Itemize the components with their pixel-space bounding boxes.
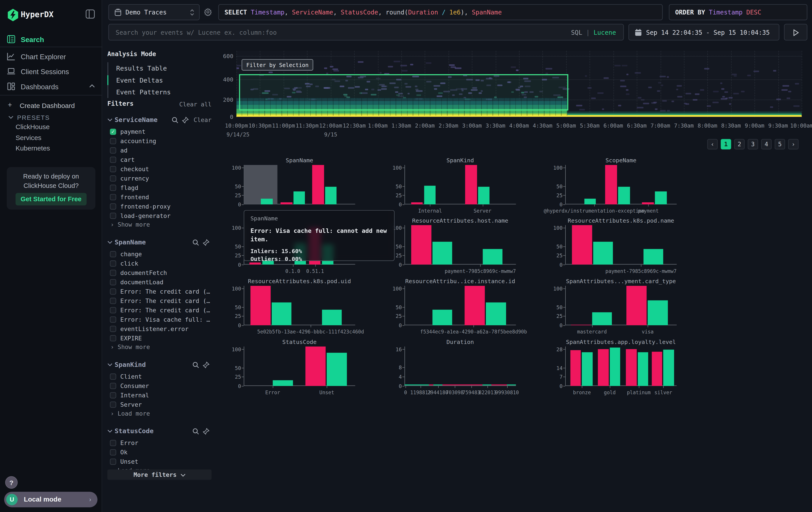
- bar-outlier[interactable]: [571, 325, 591, 325]
- bar-inlier[interactable]: [655, 191, 667, 204]
- create-dashboard-button[interactable]: + Create Dashboard: [0, 99, 102, 113]
- user-menu[interactable]: U Local mode ›: [4, 492, 97, 507]
- checkbox[interactable]: [110, 307, 116, 314]
- bar-inlier[interactable]: [610, 347, 620, 386]
- run-query-button[interactable]: [784, 24, 807, 41]
- bar-inlier[interactable]: [592, 312, 612, 325]
- bar-outlier[interactable]: [411, 225, 431, 265]
- filter-option-documentfetch[interactable]: documentFetch: [107, 269, 212, 278]
- filter-option-ad[interactable]: ad: [107, 146, 212, 156]
- timeline-selection[interactable]: [239, 74, 568, 110]
- page-button-1[interactable]: 1: [721, 139, 731, 150]
- search-input[interactable]: Search your events w/ Lucene ex. column:…: [108, 24, 624, 41]
- filter-option-click[interactable]: click: [107, 259, 212, 269]
- analysis-mode-event-patterns[interactable]: Event Patterns: [108, 86, 212, 98]
- bar-outlier[interactable]: [627, 286, 646, 325]
- bar-inlier[interactable]: [322, 310, 342, 325]
- pin-icon[interactable]: [203, 361, 209, 368]
- filter-option-ok[interactable]: Ok: [107, 448, 212, 457]
- bar-outlier[interactable]: [465, 286, 485, 325]
- bar-outlier[interactable]: [626, 349, 637, 386]
- bar-outlier[interactable]: [281, 202, 292, 204]
- bar-outlier[interactable]: [250, 286, 270, 325]
- bar-outlier[interactable]: [642, 202, 654, 204]
- bar-inlier[interactable]: [424, 186, 436, 204]
- bar-outlier[interactable]: [570, 350, 581, 386]
- filter-option-error[interactable]: Error: [107, 439, 212, 448]
- filter-option-error-the-credit-card-[interactable]: Error: The credit card (…: [107, 297, 212, 306]
- bar-inlier[interactable]: [478, 187, 490, 204]
- bar-inlier[interactable]: [648, 300, 668, 325]
- bar-inlier[interactable]: [486, 302, 506, 325]
- date-range-picker[interactable]: Sep 14 22:04:35 - Sep 15 10:04:35: [629, 24, 780, 41]
- filter-option-load-generator[interactable]: load-generator: [107, 212, 212, 221]
- presets-toggle[interactable]: PRESETS: [0, 111, 102, 125]
- filter-option-server[interactable]: Server: [107, 401, 212, 410]
- filter-group-header-ServiceName[interactable]: ServiceNameClear: [107, 115, 212, 126]
- bar-inlier[interactable]: [293, 191, 305, 204]
- search-filter-icon[interactable]: [192, 428, 199, 434]
- search-filter-icon[interactable]: [192, 239, 199, 246]
- bar-inlier[interactable]: [432, 242, 452, 265]
- bar-outlier[interactable]: [312, 165, 324, 204]
- checkbox[interactable]: [110, 449, 116, 455]
- filter-option-frontend[interactable]: frontend: [107, 193, 212, 203]
- filter-option-checkout[interactable]: checkout: [107, 165, 212, 174]
- preset-kubernetes[interactable]: Kubernetes: [16, 144, 50, 152]
- filter-option-error-visa-cache-full-[interactable]: Error: Visa cache full: …: [107, 316, 212, 325]
- checkbox[interactable]: [110, 157, 116, 163]
- checkbox[interactable]: [110, 185, 116, 191]
- sql-select-input[interactable]: SELECT Timestamp, ServiceName, StatusCod…: [218, 4, 663, 20]
- preset-services[interactable]: Services: [16, 134, 41, 141]
- filter-load-more[interactable]: › Load more: [107, 410, 212, 419]
- bar-inlier[interactable]: [663, 350, 674, 386]
- checkbox[interactable]: [110, 176, 116, 182]
- page-button-3[interactable]: 3: [748, 139, 758, 150]
- filter-option-unset[interactable]: Unset: [107, 457, 212, 467]
- bar-outlier[interactable]: [572, 225, 592, 265]
- page-button-2[interactable]: 2: [734, 139, 745, 150]
- lucene-toggle[interactable]: Lucene: [593, 29, 616, 36]
- filter-option-payment[interactable]: ✓payment: [107, 128, 212, 137]
- checkbox[interactable]: [110, 440, 116, 446]
- filter-group-header-StatusCode[interactable]: StatusCode: [107, 427, 212, 437]
- filter-option-change[interactable]: change: [107, 250, 212, 259]
- checkbox[interactable]: [110, 194, 116, 200]
- filter-option-documentload[interactable]: documentLoad: [107, 278, 212, 287]
- source-select[interactable]: Demo Traces: [108, 4, 199, 20]
- clear-all-button[interactable]: Clear all: [179, 101, 211, 108]
- checkbox-checked[interactable]: ✓: [110, 129, 116, 135]
- bar-inlier[interactable]: [327, 353, 347, 386]
- filter-option-accounting[interactable]: accounting: [107, 137, 212, 146]
- bar-outlier[interactable]: [598, 349, 609, 386]
- checkbox[interactable]: [110, 147, 116, 154]
- language-toggle[interactable]: SQL | Lucene: [571, 29, 616, 36]
- bar-inlier[interactable]: [582, 352, 592, 386]
- sql-toggle[interactable]: SQL: [571, 29, 582, 36]
- checkbox[interactable]: [110, 279, 116, 286]
- filter-option-consumer[interactable]: Consumer: [107, 382, 212, 391]
- checkbox[interactable]: [110, 459, 116, 465]
- bar-inlier[interactable]: [643, 249, 663, 265]
- filter-option-currency[interactable]: currency: [107, 174, 212, 184]
- bar-inlier[interactable]: [272, 380, 293, 386]
- bar-outlier[interactable]: [306, 347, 325, 386]
- checkbox[interactable]: [110, 261, 116, 267]
- sidebar-item-client-sessions[interactable]: Client Sessions: [0, 65, 102, 79]
- filter-option-frontend-proxy[interactable]: frontend-proxy: [107, 203, 212, 212]
- page-button-5[interactable]: 5: [775, 139, 785, 150]
- page-button-4[interactable]: 4: [761, 139, 772, 150]
- bar-outlier[interactable]: [652, 352, 662, 386]
- checkbox[interactable]: [110, 392, 116, 399]
- filter-show-more[interactable]: › Show more: [107, 344, 212, 353]
- checkbox[interactable]: [110, 298, 116, 304]
- filter-option-error-the-credit-card-[interactable]: Error: The credit card (…: [107, 306, 212, 316]
- bar-inlier[interactable]: [593, 242, 613, 265]
- bar-outlier[interactable]: [605, 165, 617, 204]
- filter-option-flagd[interactable]: flagd: [107, 184, 212, 193]
- checkbox[interactable]: [110, 326, 116, 332]
- checkbox[interactable]: [110, 166, 116, 172]
- checkbox[interactable]: [110, 213, 116, 219]
- bar-inlier[interactable]: [261, 199, 273, 204]
- filter-group-header-SpanKind[interactable]: SpanKind: [107, 360, 212, 371]
